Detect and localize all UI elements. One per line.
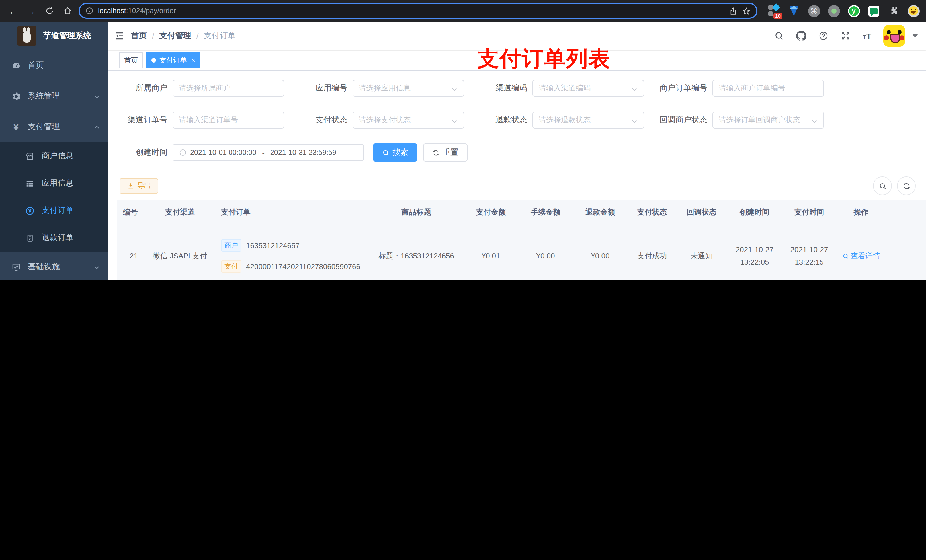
help-icon[interactable]: [818, 31, 828, 41]
filter-input-0[interactable]: 请选择所属商户: [172, 80, 284, 97]
filter-select-5[interactable]: 请选择支付状态: [353, 112, 464, 128]
breadcrumb-pay-manage[interactable]: 支付管理: [159, 31, 191, 41]
cell-pay-order: 商户1635312124657支付42000011742021102780605…: [216, 239, 369, 273]
filter-label: 所属商户: [108, 83, 172, 93]
sidebar-item-5[interactable]: 支付订单: [0, 197, 108, 224]
date-end: 2021-10-31 23:59:59: [270, 148, 336, 157]
font-size-icon[interactable]: TT: [862, 31, 872, 41]
document-icon: [24, 233, 35, 243]
cell-channel: 微信 JSAPI 支付: [144, 251, 216, 261]
sidebar-item-label: 系统管理: [28, 91, 86, 101]
sidebar-item-3[interactable]: 商户信息: [0, 142, 108, 170]
reset-button[interactable]: 重置: [423, 143, 468, 162]
user-avatar[interactable]: [883, 25, 905, 47]
extension-devtools-icon[interactable]: 10: [768, 5, 780, 17]
screen: ← → localhost:1024/pay/order 10: [0, 0, 926, 280]
extension-y-icon[interactable]: y: [847, 5, 860, 17]
extension-badge: 10: [773, 13, 782, 20]
url-path: :1024/pay/order: [126, 7, 176, 15]
navbar-actions: TT: [774, 25, 918, 47]
placeholder-text: 请输入渠道订单号: [179, 115, 278, 125]
yen-icon: ¥: [11, 122, 21, 132]
chevron-down-icon: [94, 93, 100, 100]
filter-item-6: 退款状态请选择退款状态: [468, 112, 648, 128]
table-row[interactable]: 21微信 JSAPI 支付商户1635312124657支付4200001174…: [117, 224, 926, 280]
pay-submenu: 商户信息应用信息支付订单退款订单: [0, 142, 108, 252]
breadcrumb-home[interactable]: 首页: [131, 31, 147, 41]
export-label: 导出: [137, 181, 151, 191]
sidebar-item-6[interactable]: 退款订单: [0, 224, 108, 252]
chevron-down-icon: [811, 117, 818, 124]
table-toolbar: 导出: [108, 177, 926, 195]
date-range-input[interactable]: 2021-10-01 00:00:00-2021-10-31 23:59:59: [172, 144, 364, 161]
filter-select-6[interactable]: 请选择退款状态: [533, 112, 644, 128]
placeholder-text: 请选择支付状态: [359, 115, 451, 125]
cell-title: 标题：1635312124656: [369, 251, 464, 261]
sidebar-fold-icon[interactable]: [108, 22, 131, 50]
browser-forward-icon[interactable]: →: [24, 3, 39, 18]
site-info-icon[interactable]: [85, 7, 94, 15]
view-detail-link[interactable]: 查看详情: [842, 251, 880, 261]
filter-item-date: 创建时间2021-10-01 00:00:00-2021-10-31 23:59…: [108, 143, 364, 162]
column-header-6: 退款金额: [573, 207, 628, 217]
extension-emoji-icon[interactable]: [907, 5, 920, 17]
sidebar-item-7[interactable]: 基础设施: [0, 252, 108, 280]
filter-select-7[interactable]: 请选择订单回调商户状态: [713, 112, 824, 128]
date-separator: -: [260, 148, 267, 157]
sidebar: 芋道管理系统 首页系统管理¥支付管理商户信息应用信息支付订单退款订单基础设施研发…: [0, 22, 108, 280]
avatar-dropdown-icon[interactable]: [912, 34, 918, 38]
filter-item-3: 商户订单编号请输入商户订单编号: [648, 80, 828, 97]
tab-close-icon[interactable]: ×: [191, 56, 195, 64]
filter-item-2: 渠道编码请输入渠道编码: [468, 80, 648, 97]
browser-home-icon[interactable]: [61, 3, 75, 18]
filter-label: 创建时间: [108, 147, 172, 158]
header-search-icon[interactable]: [774, 31, 784, 41]
yen-circle-icon: [24, 205, 35, 216]
breadcrumb: 首页 / 支付管理 / 支付订单: [131, 31, 236, 41]
chevron-down-icon: [631, 117, 638, 124]
reset-label: 重置: [442, 147, 458, 158]
extension-chat-icon[interactable]: [867, 5, 880, 17]
browser-extensions: 10 ⌘ y 更新 ⋮: [768, 3, 926, 18]
extensions-puzzle-icon[interactable]: [887, 5, 900, 17]
filter-input-4[interactable]: 请输入渠道订单号: [172, 112, 284, 128]
filter-select-2[interactable]: 请输入渠道编码: [533, 80, 644, 97]
app-logo-row[interactable]: 芋道管理系统: [0, 22, 108, 50]
search-button[interactable]: 搜索: [373, 143, 418, 162]
tab-0[interactable]: 首页: [119, 52, 143, 68]
extension-command-icon[interactable]: ⌘: [808, 5, 820, 17]
share-icon[interactable]: [729, 6, 737, 15]
placeholder-text: 请选择退款状态: [539, 115, 631, 125]
filter-form: 所属商户请选择所属商户应用编号请选择应用信息渠道编码请输入渠道编码商户订单编号请…: [108, 71, 926, 162]
placeholder-text: 请选择订单回调商户状态: [719, 115, 811, 125]
active-tab-dot: [151, 58, 156, 63]
filter-item-0: 所属商户请选择所属商户: [108, 80, 288, 97]
tab-1[interactable]: 支付订单×: [146, 52, 200, 68]
extension-record-icon[interactable]: [828, 5, 840, 17]
filter-select-1[interactable]: 请选择应用信息: [353, 80, 464, 97]
filter-input-3[interactable]: 请输入商户订单编号: [713, 80, 824, 97]
refresh-table-button[interactable]: [897, 177, 916, 195]
sidebar-item-label: 支付订单: [42, 205, 100, 216]
toggle-search-button[interactable]: [873, 177, 892, 195]
sidebar-item-1[interactable]: 系统管理: [0, 81, 108, 112]
browser-reload-icon[interactable]: [42, 3, 57, 18]
filter-label: 退款状态: [468, 115, 533, 125]
breadcrumb-pay-order: 支付订单: [204, 31, 236, 41]
page-content: 所属商户请选择所属商户应用编号请选择应用信息渠道编码请输入渠道编码商户订单编号请…: [108, 71, 926, 280]
fullscreen-icon[interactable]: [840, 31, 850, 41]
cell-create-time: 2021-10-2713:22:05: [727, 243, 782, 268]
sidebar-item-0[interactable]: 首页: [0, 50, 108, 81]
browser-back-icon[interactable]: ←: [6, 3, 21, 18]
sidebar-item-label: 应用信息: [42, 178, 100, 189]
export-button[interactable]: 导出: [120, 178, 158, 194]
tab-label: 支付订单: [159, 56, 187, 65]
column-header-5: 手续金额: [518, 207, 573, 217]
bookmark-star-icon[interactable]: [742, 6, 750, 15]
address-bar[interactable]: localhost:1024/pay/order: [79, 3, 757, 19]
github-icon[interactable]: [796, 31, 806, 41]
sidebar-item-2[interactable]: ¥支付管理: [0, 112, 108, 142]
sidebar-item-4[interactable]: 应用信息: [0, 170, 108, 197]
extension-kite-icon[interactable]: [788, 5, 800, 17]
column-header-11: 操作: [836, 207, 886, 217]
